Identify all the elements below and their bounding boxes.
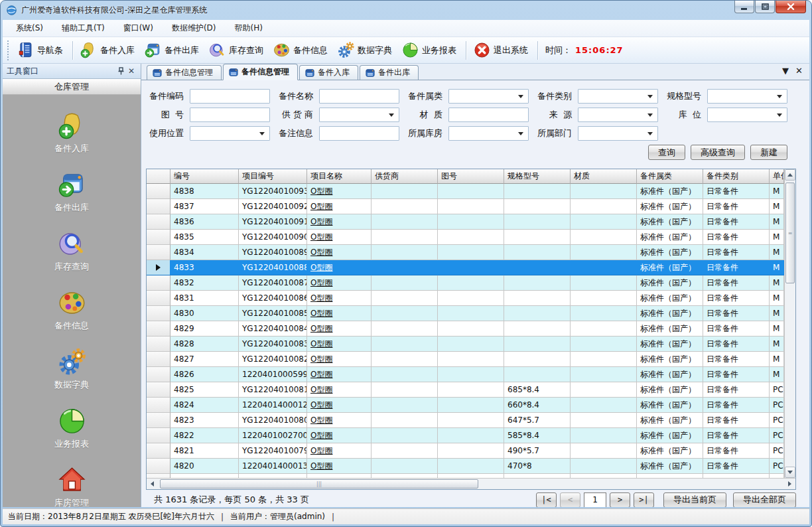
column-header-6[interactable]: 规格型号 — [504, 169, 571, 184]
sidebar-item-report[interactable]: 业务报表 — [54, 406, 89, 450]
toolbar-button-parts-outbound[interactable]: 备件出库 — [141, 39, 204, 61]
row-header-cell[interactable] — [147, 184, 170, 199]
table-row[interactable]: 48261220401000599O型圈标准件（国产）日常备件M — [147, 367, 784, 382]
table-row-selected[interactable]: 4833YG12204010088O型圈标准件（国产）日常备件M — [147, 260, 784, 275]
export-current-page-button[interactable]: 导出当前页 — [663, 492, 726, 508]
form-select-所属部门[interactable] — [578, 126, 658, 141]
column-header-1[interactable]: 编号 — [170, 169, 239, 184]
toolbar-grip[interactable] — [7, 40, 11, 60]
maximize-button[interactable] — [755, 1, 775, 13]
row-header-cell[interactable] — [147, 443, 170, 459]
row-header-cell[interactable] — [147, 398, 170, 413]
toolbar-button-parts-inbound[interactable]: 备件入库 — [77, 39, 140, 61]
row-header-cell[interactable] — [147, 428, 170, 443]
close-button[interactable] — [776, 1, 806, 13]
export-all-pages-button[interactable]: 导出全部页 — [733, 492, 796, 508]
row-header-cell[interactable] — [147, 413, 170, 428]
menu-item-1[interactable]: 系统(S) — [9, 20, 50, 37]
table-row[interactable]: 4830YG12204010085O型圈标准件（国产）日常备件M — [147, 306, 784, 321]
pin-icon[interactable] — [115, 66, 126, 76]
table-row[interactable]: 4832YG12204010087O型圈标准件（国产）日常备件M — [147, 275, 784, 291]
table-row[interactable]: 48241220401400012O型圈660*8.4标准件（国产）日常备件PC — [147, 398, 784, 413]
row-header-cell[interactable] — [147, 230, 170, 245]
sidebar-item-warehouse[interactable]: 库房管理 — [54, 465, 89, 507]
last-page-button[interactable]: >| — [634, 492, 654, 508]
form-select-使用位置[interactable] — [190, 126, 270, 141]
form-select-所属库房[interactable] — [448, 126, 529, 141]
row-header-cell[interactable] — [147, 291, 170, 306]
first-page-button[interactable]: |< — [536, 492, 557, 508]
new-button[interactable]: 新建 — [750, 145, 787, 160]
column-header-2[interactable]: 项目编号 — [239, 169, 307, 184]
column-header-4[interactable]: 供货商 — [372, 169, 438, 184]
menu-item-2[interactable]: 辅助工具(T) — [55, 20, 111, 37]
scroll-down-icon[interactable] — [785, 467, 795, 478]
row-header-cell[interactable] — [147, 275, 170, 291]
menu-item-3[interactable]: 窗口(W) — [117, 20, 160, 37]
query-button[interactable]: 查询 — [648, 145, 685, 160]
column-header-5[interactable]: 图号 — [438, 169, 504, 184]
menu-item-4[interactable]: 数据维护(D) — [165, 20, 223, 37]
prev-page-button[interactable]: < — [560, 492, 580, 508]
tab-1[interactable]: 备件信息管理 — [147, 65, 222, 80]
toolbar-button-navbar[interactable]: 导航条 — [14, 39, 68, 61]
form-select-备件类别[interactable] — [578, 89, 658, 104]
row-header-cell[interactable] — [147, 337, 170, 352]
row-header-cell[interactable] — [147, 306, 170, 321]
toolbar-button-parts-info[interactable]: 备件信息 — [270, 39, 333, 61]
row-header-cell[interactable] — [147, 214, 170, 230]
horizontal-scrollbar[interactable]: ||| — [147, 478, 795, 489]
next-page-button[interactable]: > — [610, 492, 630, 508]
form-input-备注信息[interactable] — [319, 126, 399, 141]
form-input-材质[interactable] — [448, 108, 529, 122]
row-header-cell[interactable] — [147, 199, 170, 214]
tab-list-dropdown-icon[interactable]: ▼ — [782, 66, 789, 75]
vertical-scroll-thumb[interactable]: ≡ — [785, 183, 795, 283]
row-header-cell[interactable] — [147, 367, 170, 382]
toolbar-button-report[interactable]: 业务报表 — [399, 39, 462, 61]
form-input-备件编码[interactable] — [190, 89, 270, 104]
vertical-scrollbar[interactable]: ≡ — [784, 169, 795, 478]
sidebar-item-parts-inbound[interactable]: 备件入库 — [54, 111, 89, 155]
table-row[interactable]: 4835YG12204010090O型圈标准件（国产）日常备件M — [147, 230, 784, 245]
table-row[interactable]: 4834YG12204010089O型圈标准件（国产）日常备件M — [147, 245, 784, 260]
current-page-input[interactable]: 1 — [584, 492, 606, 508]
form-input-备件名称[interactable] — [319, 89, 399, 104]
menu-item-5[interactable]: 帮助(H) — [228, 20, 269, 37]
toolbar-button-exit[interactable]: 退出系统 — [470, 39, 533, 61]
table-row[interactable]: 4837YG12204010092O型圈标准件（国产）日常备件M — [147, 199, 784, 214]
sidebar-item-stock-query[interactable]: 库存查询 — [54, 229, 89, 273]
form-select-供货商[interactable] — [319, 108, 399, 122]
toolbar-button-data-dict[interactable]: 数据字典 — [334, 39, 397, 61]
horizontal-scroll-thumb[interactable]: ||| — [160, 479, 478, 489]
tab-2-active[interactable]: 备件信息管理 — [223, 64, 298, 80]
sidebar-item-parts-info[interactable]: 备件信息 — [54, 288, 89, 332]
form-input-图号[interactable] — [190, 108, 270, 122]
table-row[interactable]: 4828YG12204010083O型圈标准件（国产）日常备件M — [147, 337, 784, 352]
column-header-8[interactable]: 备件属类 — [637, 169, 703, 184]
sidebar-item-data-dict[interactable]: 数据字典 — [54, 347, 89, 391]
row-header-cell[interactable] — [147, 245, 170, 260]
row-header-cell[interactable] — [147, 382, 170, 398]
minimize-button[interactable] — [734, 1, 754, 13]
toolbar-button-stock-query[interactable]: 库存查询 — [206, 39, 269, 61]
tab-close-icon[interactable]: ✕ — [795, 66, 803, 75]
tab-4[interactable]: 备件出库 — [360, 65, 419, 80]
table-row[interactable]: 4821YG12204010079O型圈490*5.7标准件（国产）日常备件PC — [147, 443, 784, 459]
form-select-来源[interactable] — [578, 108, 658, 122]
table-row[interactable]: 4838YG12204010093O型圈标准件（国产）日常备件M — [147, 184, 784, 199]
column-header-9[interactable]: 备件类别 — [703, 169, 770, 184]
sidebar-section-warehouse[interactable]: 仓库管理 — [3, 79, 141, 95]
table-row[interactable]: 4827YG12204010082O型圈标准件（国产）日常备件M — [147, 352, 784, 367]
column-header-7[interactable]: 材质 — [571, 169, 637, 184]
row-header-cell[interactable] — [147, 260, 170, 275]
scroll-right-icon[interactable] — [784, 479, 795, 489]
table-row[interactable]: 4823YG12204010080O型圈647*5.7标准件（国产）日常备件PC — [147, 413, 784, 428]
scroll-up-icon[interactable] — [785, 169, 795, 181]
scroll-left-icon[interactable] — [147, 479, 158, 489]
advanced-query-button[interactable]: 高级查询 — [691, 145, 745, 160]
table-row[interactable]: 48201220401400013O型圈470*8标准件（国产）日常备件PC — [147, 459, 784, 474]
table-row[interactable]: 4831YG12204010086O型圈标准件（国产）日常备件M — [147, 291, 784, 306]
column-header-10[interactable]: 单位 — [770, 169, 784, 184]
table-row[interactable]: 4825YG12204010081O型圈685*8.4标准件（国产）日常备件PC — [147, 382, 784, 398]
